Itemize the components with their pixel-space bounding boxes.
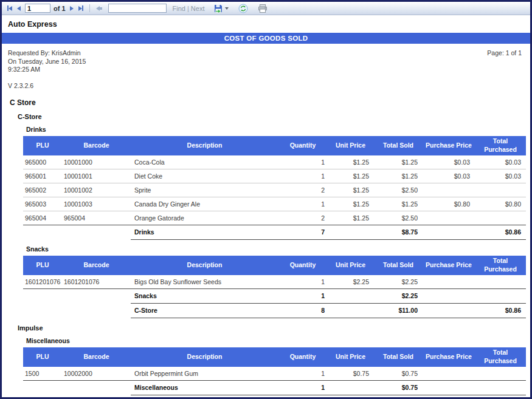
cell-plu: 1500 — [23, 367, 62, 381]
column-header-unit_price: Unit Price — [327, 136, 374, 155]
find-link[interactable]: Find — [173, 5, 185, 12]
cell-unit_price: $1.25 — [327, 211, 374, 225]
total-purchased — [475, 288, 526, 303]
parent-report-button[interactable] — [94, 3, 104, 14]
total-row-c-store: C-Store8$11.00$0.86 — [23, 303, 526, 318]
cell-description: Sprite — [131, 183, 278, 197]
export-save-icon — [213, 4, 223, 13]
total-cell-empty — [423, 288, 475, 303]
table-row: 96500310001003Canada Dry Ginger Ale1$1.2… — [23, 197, 526, 211]
printer-icon — [258, 4, 268, 13]
cell-total_sold: $0.75 — [374, 367, 423, 381]
next-page-icon — [70, 6, 74, 11]
requested-date: On Tuesday, June 16, 2015 — [8, 58, 86, 66]
prev-page-button[interactable] — [15, 3, 22, 14]
cell-quantity: 1 — [278, 197, 327, 211]
cell-description: Canada Dry Ginger Ale — [131, 197, 278, 211]
print-button[interactable] — [256, 3, 269, 14]
first-page-button[interactable] — [5, 3, 14, 14]
table-header-row: PLUBarcodeDescriptionQuantityUnit PriceT… — [23, 136, 526, 155]
cell-unit_price: $2.25 — [327, 275, 374, 289]
back-arrow-icon — [96, 6, 102, 11]
column-header-quantity: Quantity — [278, 347, 327, 367]
column-header-total_purchased: Total Purchased — [475, 347, 526, 367]
total-cell-empty — [23, 288, 62, 303]
next-page-button[interactable] — [68, 3, 75, 14]
total-label: Impulse — [131, 395, 278, 397]
report-viewer-window: of 1 Find | Next — [0, 0, 532, 399]
column-header-purchase_price: Purchase Price — [423, 347, 475, 367]
total-cell-empty — [423, 225, 475, 239]
cell-unit_price: $1.25 — [327, 197, 374, 211]
cell-barcode: 10001003 — [62, 197, 131, 211]
group-heading-drinks: Drinks — [26, 126, 530, 133]
cell-total_purchased: $0.80 — [475, 197, 526, 211]
total-cell-empty — [327, 303, 374, 318]
group-heading-c-store: C-Store — [18, 113, 530, 120]
cell-quantity: 2 — [278, 211, 327, 225]
company-name: Auto Express — [8, 20, 530, 29]
total-purchased — [475, 380, 526, 395]
column-header-quantity: Quantity — [278, 256, 327, 275]
report-title: COST OF GOODS SOLD — [2, 33, 530, 44]
total-cell-empty — [327, 380, 374, 395]
find-next-separator: | — [187, 5, 189, 12]
table-row: 96500010001000Coca-Cola1$1.25$1.25$0.03$… — [23, 155, 526, 169]
refresh-button[interactable] — [237, 3, 250, 14]
cell-plu: 965000 — [23, 155, 62, 169]
cell-total_purchased: $0.03 — [475, 169, 526, 183]
total-purchased — [475, 395, 526, 397]
report-page: Auto Express COST OF GOODS SOLD Requeste… — [2, 15, 530, 397]
total-row-miscellaneous: Miscellaneous1$0.75 — [23, 380, 526, 395]
search-input[interactable] — [108, 4, 167, 13]
cell-quantity: 1 — [278, 275, 327, 289]
report-table: PLUBarcodeDescriptionQuantityUnit PriceT… — [23, 256, 526, 318]
total-quantity: 8 — [278, 303, 327, 318]
cell-barcode: 10001000 — [62, 155, 131, 169]
cell-total_purchased: $0.03 — [475, 155, 526, 169]
total-cell-empty — [423, 303, 475, 318]
column-header-plu: PLU — [23, 136, 62, 155]
cell-barcode: 10002000 — [62, 367, 131, 381]
column-header-description: Description — [131, 256, 278, 275]
cell-purchase_price — [423, 183, 475, 197]
total-sold: $11.00 — [374, 303, 423, 318]
cell-description: Orbit Peppermint Gum — [131, 367, 278, 381]
requested-time: 9:32:25 AM — [8, 66, 86, 74]
group-heading-snacks: Snacks — [26, 245, 530, 253]
page-indicator: Page: 1 of 1 — [487, 49, 522, 56]
column-header-total_purchased: Total Purchased — [475, 136, 526, 155]
cell-purchase_price: $0.80 — [423, 197, 475, 211]
table-row: 16012010761601201076Bigs Old Bay Sunflow… — [23, 275, 526, 289]
next-link[interactable]: Next — [191, 5, 205, 12]
cell-total_sold: $2.50 — [374, 211, 423, 225]
export-button[interactable] — [212, 3, 230, 14]
total-row-snacks: Snacks1$2.25 — [23, 288, 526, 303]
last-page-button[interactable] — [77, 3, 85, 14]
total-label: C-Store — [131, 303, 278, 318]
cell-description: Coca-Cola — [131, 155, 278, 169]
cell-quantity: 1 — [278, 155, 327, 169]
column-header-total_sold: Total Sold — [374, 256, 423, 275]
cell-total_sold: $1.25 — [374, 197, 423, 211]
cell-barcode: 10001001 — [62, 169, 131, 183]
export-dropdown-caret-icon — [225, 7, 229, 10]
cell-total_purchased — [475, 183, 526, 197]
table-row: 965004965004Orange Gatorade2$1.25$2.50 — [23, 211, 526, 225]
cell-unit_price: $0.75 — [327, 367, 374, 381]
cell-purchase_price — [423, 367, 475, 381]
cell-description: Diet Coke — [131, 169, 278, 183]
requested-by: Requested By: KrisAdmin — [8, 49, 86, 58]
total-cell-empty — [23, 303, 62, 318]
page-number-input[interactable] — [25, 4, 50, 13]
column-header-purchase_price: Purchase Price — [423, 136, 475, 155]
cell-unit_price: $1.25 — [327, 183, 374, 197]
cell-plu: 965003 — [23, 197, 62, 211]
table-row: 96500210001002Sprite2$1.25$2.50 — [23, 183, 526, 197]
column-header-purchase_price: Purchase Price — [423, 256, 475, 275]
total-row-impulse: Impulse1$0.75 — [23, 395, 526, 397]
cell-unit_price: $1.25 — [327, 169, 374, 183]
table-row: 150010002000Orbit Peppermint Gum1$0.75$0… — [23, 367, 526, 381]
total-purchased: $0.86 — [475, 303, 526, 318]
refresh-icon — [238, 4, 248, 13]
